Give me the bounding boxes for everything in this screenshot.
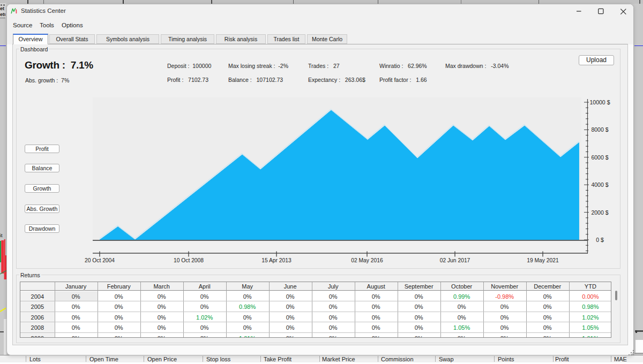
svg-text:10 Oct 2008: 10 Oct 2008 (174, 257, 204, 263)
svg-text:0 $: 0 $ (596, 237, 604, 243)
svg-text:02 May 2016: 02 May 2016 (351, 257, 383, 263)
svg-text:19 May 2021: 19 May 2021 (527, 257, 559, 263)
svg-text:4000 $: 4000 $ (591, 181, 608, 188)
svg-text:10000 $: 10000 $ (590, 99, 610, 105)
svg-text:15 Apr 2013: 15 Apr 2013 (261, 257, 291, 263)
svg-text:02 Jun 2017: 02 Jun 2017 (440, 257, 470, 263)
svg-text:2000 $: 2000 $ (591, 209, 608, 216)
svg-text:8000 $: 8000 $ (591, 126, 608, 133)
svg-text:6000 $: 6000 $ (591, 154, 608, 161)
svg-text:20 Oct 2004: 20 Oct 2004 (85, 257, 115, 263)
